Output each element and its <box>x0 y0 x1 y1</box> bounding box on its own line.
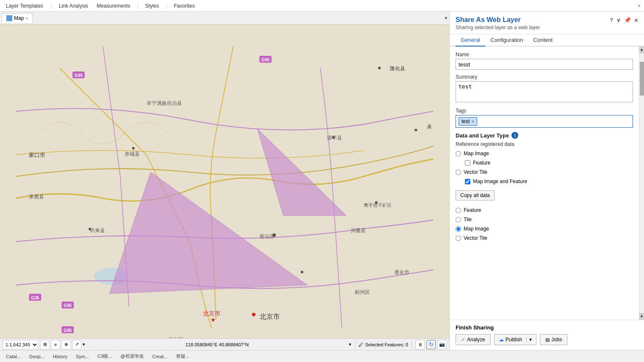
coordinate-display: 118.0580845°E 40.8688407°N <box>87 342 347 347</box>
svg-text:怀来县: 怀来县 <box>89 228 105 233</box>
vector-tile-copy-label: Vector Tile <box>464 235 487 241</box>
summary-label: Summary <box>456 74 633 80</box>
tag-item: test × <box>459 117 477 126</box>
svg-point-35 <box>332 136 334 139</box>
svg-point-38 <box>272 233 276 237</box>
publish-button[interactable]: ☁ Publish ▾ <box>494 334 536 345</box>
arrow-tool-btn[interactable]: ↗ <box>72 340 81 349</box>
map-image-ref-label: Map Image <box>464 151 489 156</box>
map-image-copy-option[interactable]: Map Image <box>456 225 633 233</box>
pin-icon[interactable]: 📌 <box>624 17 631 23</box>
svg-point-33 <box>415 129 417 131</box>
pause-btn[interactable]: ⏸ <box>415 340 425 349</box>
name-input[interactable] <box>456 59 633 70</box>
map-tab[interactable]: Map × <box>2 13 33 23</box>
svg-point-41 <box>252 313 255 316</box>
bottom-tab-symbology[interactable]: Sym... <box>72 353 92 360</box>
map-image-ref-option[interactable]: Map Image <box>456 150 633 157</box>
refresh-btn[interactable]: ↻ <box>426 340 436 349</box>
copy-all-data-btn[interactable]: Copy all data <box>456 190 495 200</box>
layer-templates-tab[interactable]: Layer Templates <box>3 2 46 10</box>
bottom-tab-c3[interactable]: C3细... <box>94 352 115 360</box>
feature-ref-checkbox[interactable] <box>465 160 470 166</box>
bottom-tab-geoprocessing[interactable]: Geop... <box>26 353 48 360</box>
close-panel-icon[interactable]: × <box>634 16 638 24</box>
svg-text:G36: G36 <box>31 296 39 300</box>
tag-remove-icon[interactable]: × <box>471 119 474 124</box>
scroll-up-btn[interactable]: ▲ <box>639 47 644 53</box>
tool-dropdown[interactable]: ▾ <box>83 342 85 347</box>
tab-dropdown-icon[interactable]: ▾ <box>445 15 448 21</box>
publish-dropdown-icon[interactable]: ▾ <box>526 337 532 343</box>
svg-text:G95: G95 <box>75 73 83 78</box>
svg-text:北京市: 北京市 <box>260 313 280 320</box>
svg-point-37 <box>88 228 91 230</box>
help-icon[interactable]: ? <box>610 17 613 23</box>
vector-tile-ref-option[interactable]: Vector Tile <box>456 168 633 176</box>
map-tab-close-icon[interactable]: × <box>25 16 28 21</box>
favorites-tab[interactable]: Favorites <box>172 3 196 9</box>
coord-dropdown[interactable]: ▾ <box>349 342 351 347</box>
svg-text:蓟州区: 蓟州区 <box>355 289 370 295</box>
scale-select[interactable]: 1:1,642,345 <box>3 340 39 349</box>
tile-copy-option[interactable]: Tile <box>456 216 633 223</box>
feature-copy-option[interactable]: Feature <box>456 206 633 214</box>
svg-text:G95: G95 <box>261 58 270 62</box>
grid-tool-btn[interactable]: ⊞ <box>40 340 50 349</box>
selected-features-display: 🖊 Selected Features: 0 <box>359 342 408 347</box>
checkmark-icon: ✓ <box>461 337 465 343</box>
svg-text:家口市: 家口市 <box>29 152 46 158</box>
measurements-tab[interactable]: Measurements <box>95 3 132 9</box>
jobs-label: Jobs <box>551 337 562 343</box>
map-image-copy-radio[interactable] <box>456 226 461 232</box>
jobs-button[interactable]: ▤ Jobs <box>540 334 567 345</box>
scroll-down-btn[interactable]: ▼ <box>639 313 644 320</box>
feature-copy-radio[interactable] <box>456 208 461 213</box>
bottom-tab-catalog[interactable]: Catal... <box>3 353 24 360</box>
vector-tile-ref-label: Vector Tile <box>464 169 487 175</box>
svg-text:北京市: 北京市 <box>203 310 221 317</box>
link-analysis-tab[interactable]: Link Analysis <box>57 3 90 9</box>
bottom-tab-create[interactable]: Creat... <box>149 353 171 360</box>
svg-text:G95: G95 <box>64 303 72 308</box>
finish-sharing-title: Finish Sharing <box>456 324 638 331</box>
tile-copy-label: Tile <box>464 217 472 222</box>
feature-ref-label: Feature <box>473 160 490 166</box>
panel-tab-bar: General Configuration Content <box>450 34 644 47</box>
svg-text:兴隆县: 兴隆县 <box>351 228 366 233</box>
map-tab-icon <box>6 15 12 21</box>
snapshot-btn[interactable]: 📷 <box>437 340 447 349</box>
tags-container: test × <box>456 115 633 128</box>
tab-general[interactable]: General <box>456 34 485 47</box>
bottom-tab-history[interactable]: History <box>50 353 71 360</box>
map-image-ref-radio[interactable] <box>456 151 461 156</box>
vector-tile-ref-radio[interactable] <box>456 170 461 175</box>
scroll-thumb[interactable] <box>640 62 644 96</box>
vector-tile-copy-radio[interactable] <box>456 236 461 241</box>
map-tab-label: Map <box>14 15 24 21</box>
cloud-icon: ☁ <box>499 337 504 343</box>
minimize-icon[interactable]: ∨ <box>616 17 621 23</box>
map-image-feature-ref-label: Map Image and Feature <box>473 178 527 184</box>
analyze-button[interactable]: ✓ Analyze <box>456 334 491 345</box>
tile-copy-radio[interactable] <box>456 217 461 222</box>
panel-subtitle: Sharing selected layer as a web layer <box>456 25 638 30</box>
map-image-feature-ref-checkbox[interactable] <box>465 179 470 184</box>
tab-content[interactable]: Content <box>528 34 558 47</box>
bottom-tab-qa[interactable]: 答疑... <box>173 352 193 360</box>
bottom-tab-neighbor[interactable]: @邻居学友 <box>117 352 147 360</box>
publish-label: Publish <box>506 337 522 343</box>
vector-tile-copy-option[interactable]: Vector Tile <box>456 234 633 242</box>
info-icon[interactable]: i <box>511 132 518 139</box>
feature-ref-option[interactable]: Feature <box>465 159 633 167</box>
map-image-feature-ref-option[interactable]: Map Image and Feature <box>465 178 633 185</box>
layer-tool-btn[interactable]: ≡ <box>51 340 60 349</box>
svg-text:涿鹿县: 涿鹿县 <box>29 194 44 200</box>
tab-configuration[interactable]: Configuration <box>485 34 528 47</box>
close-window-icon[interactable]: × <box>638 3 641 9</box>
svg-text:鹰手营子矿区: 鹰手营子矿区 <box>364 203 392 208</box>
summary-textarea[interactable]: test <box>456 81 633 102</box>
styles-tab[interactable]: Styles <box>144 3 161 9</box>
data-layer-type-title: Data and Layer Type <box>456 132 509 139</box>
nav-tool-btn[interactable]: ⊕ <box>61 340 71 349</box>
